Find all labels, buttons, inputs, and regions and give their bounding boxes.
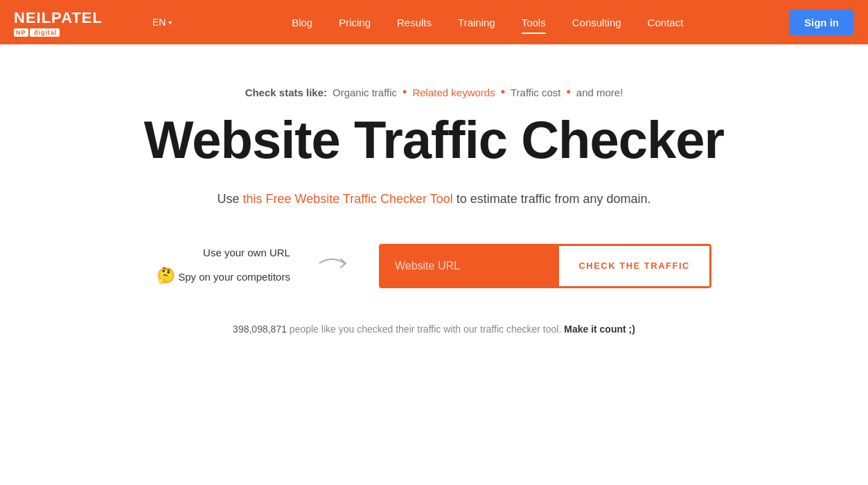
counter-text: people like you checked their traffic wi… bbox=[287, 324, 561, 335]
url-input[interactable] bbox=[381, 246, 559, 286]
nav-training[interactable]: Training bbox=[448, 14, 505, 31]
arrow-icon bbox=[318, 252, 351, 279]
nav-contact[interactable]: Contact bbox=[638, 14, 693, 31]
logo-text: NEILPATEL bbox=[14, 9, 103, 27]
stats-line: Check stats like: Organic traffic • Rela… bbox=[245, 86, 623, 98]
logo-np-badge: NP bbox=[14, 28, 28, 37]
callout-text: Use your own URL 🤔 Spy on your competito… bbox=[157, 243, 290, 290]
counter-bold: Make it count ;) bbox=[564, 324, 635, 335]
counter-line: 398,098,871 people like you checked thei… bbox=[233, 324, 635, 335]
language-label: EN bbox=[152, 17, 166, 28]
callout-line2-text: Spy on your competitors bbox=[178, 271, 290, 283]
subtitle-post: to estimate traffic from any domain. bbox=[453, 192, 651, 206]
callout-line2: 🤔 Spy on your competitors bbox=[157, 262, 290, 290]
subtitle-link[interactable]: this Free Website Traffic Checker Tool bbox=[243, 192, 453, 206]
logo-sub: NP digital bbox=[14, 28, 61, 36]
nav-consulting[interactable]: Consulting bbox=[563, 14, 631, 31]
signin-button[interactable]: Sign in bbox=[789, 10, 854, 35]
dot-2: • bbox=[501, 86, 505, 98]
header: NEILPATEL NP digital EN ▾ Blog Pricing R… bbox=[0, 0, 868, 44]
thinking-emoji: 🤔 bbox=[157, 267, 175, 284]
chevron-down-icon: ▾ bbox=[168, 19, 172, 26]
main-nav: Blog Pricing Results Training Tools Cons… bbox=[186, 14, 789, 31]
check-traffic-button[interactable]: CHECK THE TRAFFIC bbox=[559, 246, 709, 286]
stats-item4: and more! bbox=[576, 87, 623, 98]
nav-pricing[interactable]: Pricing bbox=[329, 14, 380, 31]
logo-area: NEILPATEL NP digital bbox=[14, 9, 125, 36]
stats-item2: Related keywords bbox=[412, 87, 495, 98]
nav-tools[interactable]: Tools bbox=[512, 14, 556, 31]
counter-count: 398,098,871 bbox=[233, 324, 287, 335]
main-heading: Website Traffic Checker bbox=[144, 111, 724, 169]
callout-line1: Use your own URL bbox=[157, 243, 290, 262]
subtitle: Use this Free Website Traffic Checker To… bbox=[218, 190, 651, 209]
subtitle-pre: Use bbox=[218, 192, 243, 206]
stats-label: Check stats like: bbox=[245, 87, 327, 98]
logo-digital: digital bbox=[30, 28, 60, 37]
nav-results[interactable]: Results bbox=[387, 14, 441, 31]
dot-1: • bbox=[402, 86, 407, 98]
main-content: Check stats like: Organic traffic • Rela… bbox=[0, 44, 868, 362]
nav-blog[interactable]: Blog bbox=[282, 14, 322, 31]
dot-3: • bbox=[567, 86, 571, 98]
search-section: Use your own URL 🤔 Spy on your competito… bbox=[157, 243, 711, 290]
stats-item1: Organic traffic bbox=[333, 87, 397, 98]
stats-item3: Traffic cost bbox=[511, 87, 561, 98]
language-selector[interactable]: EN ▾ bbox=[152, 17, 172, 28]
search-box: CHECK THE TRAFFIC bbox=[379, 244, 711, 288]
